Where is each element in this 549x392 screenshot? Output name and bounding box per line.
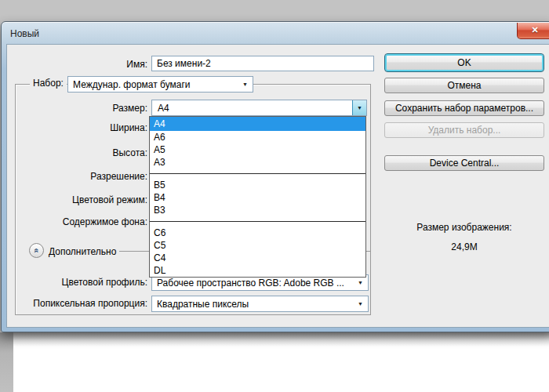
color-profile-value: Рабочее пространство RGB: Adobe RGB ... xyxy=(157,278,344,289)
preset-dropdown[interactable]: Междунар. формат бумаги ▼ xyxy=(67,76,253,93)
size-dropdown-list: A4 A6 A5 A3 B5 B4 B3 C6 C5 C4 DL xyxy=(149,116,366,278)
close-icon: ✕ xyxy=(531,25,538,34)
size-label: Размер: xyxy=(16,103,147,114)
list-item-b4[interactable]: B4 xyxy=(150,191,365,204)
document-canvas xyxy=(13,332,549,392)
preset-dropdown-value: Междунар. формат бумаги xyxy=(73,79,191,90)
size-dropdown[interactable]: A4 ▼ xyxy=(151,100,367,116)
list-item-a3[interactable]: A3 xyxy=(150,156,365,169)
list-item-dl[interactable]: DL xyxy=(150,264,365,277)
list-separator xyxy=(150,169,365,179)
pixel-aspect-ratio-dropdown[interactable]: Квадратные пикселы ▼ xyxy=(151,296,369,312)
name-input[interactable]: Без имени-2 xyxy=(151,56,374,71)
list-item-a4[interactable]: A4 xyxy=(150,117,365,131)
app-background-strip xyxy=(0,332,13,392)
list-item-a5[interactable]: A5 xyxy=(150,143,365,156)
size-dropdown-open-button[interactable]: ▼ xyxy=(352,100,366,115)
chevron-down-icon: ▼ xyxy=(358,280,363,285)
dialog-title: Новый xyxy=(10,28,39,39)
advanced-label: Дополнительно xyxy=(45,245,119,256)
list-item-b3[interactable]: B3 xyxy=(150,204,365,216)
list-item-c4[interactable]: C4 xyxy=(150,252,365,264)
chevron-down-icon: ▼ xyxy=(358,301,363,307)
pixel-aspect-ratio-label: Попиксельная пропорция: xyxy=(16,298,147,309)
list-separator xyxy=(150,216,365,227)
collapse-chevrons-icon: « xyxy=(32,248,41,252)
color-mode-label: Цветовой режим: xyxy=(16,194,147,205)
background-contents-label: Содержимое фона: xyxy=(16,216,147,227)
save-preset-button[interactable]: Сохранить набор параметров... xyxy=(384,100,544,116)
height-label: Высота: xyxy=(16,147,147,158)
preset-label: Набор: xyxy=(30,77,67,88)
delete-preset-button: Удалить набор... xyxy=(384,122,544,138)
color-profile-label: Цветовой профиль: xyxy=(16,277,147,288)
advanced-collapse-button[interactable]: « xyxy=(29,243,44,258)
list-item-c5[interactable]: C5 xyxy=(150,239,365,252)
image-size-label: Размер изображения: xyxy=(384,222,544,233)
width-label: Ширина: xyxy=(16,122,147,133)
size-dropdown-value: A4 xyxy=(158,103,169,114)
ok-button[interactable]: OK xyxy=(384,53,544,72)
list-item-a6[interactable]: A6 xyxy=(150,131,365,143)
cancel-button[interactable]: Отмена xyxy=(384,78,544,93)
list-item-b5[interactable]: B5 xyxy=(150,179,365,191)
chevron-down-icon: ▼ xyxy=(242,82,248,87)
list-item-c6[interactable]: C6 xyxy=(150,227,365,239)
close-button[interactable]: ✕ xyxy=(517,23,549,39)
name-label: Имя: xyxy=(16,59,147,70)
resolution-label: Разрешение: xyxy=(16,171,147,182)
name-input-value: Без имени-2 xyxy=(157,58,211,69)
image-size-value: 24,9M xyxy=(384,241,544,252)
device-central-button[interactable]: Device Central... xyxy=(384,155,544,171)
chevron-down-icon: ▼ xyxy=(357,105,362,111)
pixel-aspect-ratio-value: Квадратные пикселы xyxy=(157,299,249,310)
